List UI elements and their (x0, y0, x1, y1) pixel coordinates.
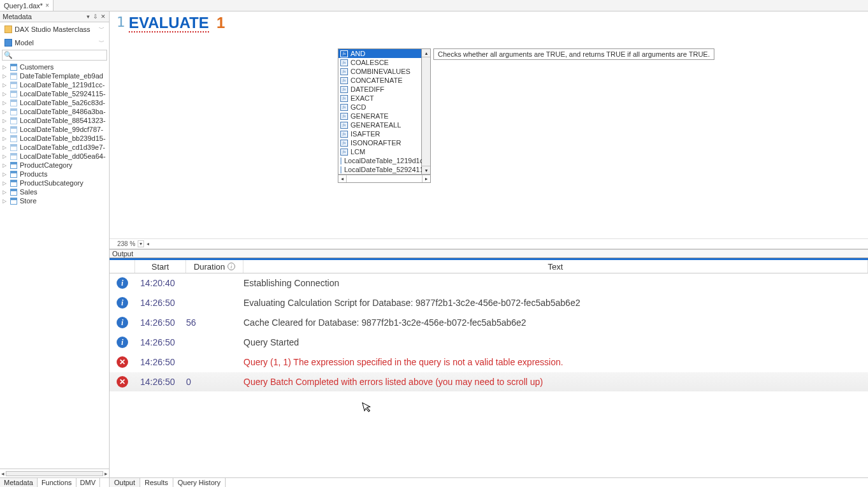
close-panel-icon[interactable]: ✕ (100, 13, 106, 20)
intellisense-hscroll[interactable]: ◂ ▸ (338, 175, 431, 183)
intellisense-item[interactable]: fxGENERATEALL (338, 120, 421, 129)
output-duration: 56 (186, 317, 243, 328)
table-icon (10, 99, 17, 106)
tree-item[interactable]: ▷LocalDateTable_52924115- (0, 89, 109, 98)
tab-output[interactable]: Output (110, 478, 140, 487)
output-row[interactable]: ✕14:26:50Query (1, 1) The expression spe… (110, 353, 868, 372)
intellisense-item[interactable]: fxCONCATENATE (338, 76, 421, 85)
tree-item-label: ProductSubcategory (20, 179, 83, 187)
sidebar-title: Metadata (3, 13, 32, 20)
tree-item[interactable]: ▷LocalDateTable_cd1d39e7- (0, 143, 109, 152)
expand-icon[interactable]: ▷ (3, 82, 8, 88)
expand-icon[interactable]: ▷ (3, 118, 8, 124)
col-text[interactable]: Text (243, 260, 868, 273)
intellisense-item[interactable]: LocalDateTable_5292411 (338, 165, 421, 174)
output-start: 14:26:50 (135, 298, 186, 308)
output-row[interactable]: i14:20:40Establishing Connection (110, 273, 868, 293)
query-tab[interactable]: Query1.dax* × (0, 0, 54, 11)
database-dropdown[interactable]: DAX Studio Masterclass ﹀ (1, 23, 108, 35)
expand-icon[interactable]: ▷ (3, 91, 8, 97)
tab-dmv[interactable]: DMV (76, 478, 100, 487)
tree-item[interactable]: ▷LocalDateTable_bb239d15- (0, 134, 109, 143)
table-icon (10, 189, 17, 196)
intellisense-item[interactable]: fxCOALESCE (338, 58, 421, 67)
expand-icon[interactable]: ▷ (3, 64, 8, 70)
tree-item[interactable]: ▷LocalDateTable_99dcf787- (0, 125, 109, 134)
scroll-left-icon[interactable]: ◂ (147, 241, 149, 247)
intellisense-list[interactable]: fxANDfxCOALESCEfxCOMBINEVALUESfxCONCATEN… (338, 48, 422, 175)
expand-icon[interactable]: ▷ (3, 127, 8, 133)
tree-item[interactable]: ▷DateTableTemplate_eb9ad (0, 71, 109, 80)
intellisense-scrollbar[interactable]: ▴ ▾ (422, 48, 431, 175)
scroll-up-icon[interactable]: ▴ (422, 49, 430, 57)
chevron-down-icon: ﹀ (99, 25, 105, 33)
intellisense-item[interactable]: fxISAFTER (338, 129, 421, 138)
output-text: Evaluating Calculation Script for Databa… (243, 298, 868, 308)
expand-icon[interactable]: ▷ (3, 171, 8, 177)
intellisense-item[interactable]: fxEXACT (338, 94, 421, 103)
function-icon: fx (340, 149, 348, 156)
table-icon (10, 162, 17, 169)
output-text: Cache Cleared for Database: 9877f2b1-3c2… (243, 317, 868, 328)
function-icon: fx (340, 86, 348, 93)
sidebar-hscroll[interactable]: ◂▸ (0, 469, 109, 477)
expand-icon[interactable]: ▷ (3, 180, 8, 186)
intellisense-item[interactable]: fxDATEDIFF (338, 85, 421, 94)
intellisense-item[interactable]: fxGENERATE (338, 112, 421, 120)
expand-icon[interactable]: ▷ (3, 100, 8, 106)
output-row[interactable]: i14:26:5056Cache Cleared for Database: 9… (110, 313, 868, 333)
tab-query-history[interactable]: Query History (173, 478, 226, 487)
tab-functions[interactable]: Functions (38, 478, 76, 487)
tree-item[interactable]: ▷Store (0, 196, 109, 205)
expand-icon[interactable]: ▷ (3, 109, 8, 115)
intellisense-label: COALESCE (351, 59, 389, 66)
intellisense-item[interactable]: fxAND (338, 49, 421, 58)
tree-item[interactable]: ▷LocalDateTable_1219d1cc- (0, 80, 109, 89)
dropdown-icon[interactable]: ▾ (85, 13, 91, 20)
output-start: 14:26:50 (135, 377, 186, 387)
tree-item[interactable]: ▷Customers (0, 62, 109, 71)
expand-icon[interactable]: ▷ (3, 198, 8, 204)
editor-canvas[interactable]: 1 EVALUATE1 fxANDfxCOALESCEfxCOMBINEVALU… (110, 11, 868, 238)
search-icon: 🔍 (4, 51, 13, 59)
close-icon[interactable]: × (45, 2, 49, 9)
expand-icon[interactable]: ▷ (3, 163, 8, 168)
expand-icon[interactable]: ▷ (3, 154, 8, 159)
tree-item[interactable]: ▷ProductCategory (0, 161, 109, 170)
tree-item-label: Customers (20, 63, 54, 71)
tree-item[interactable]: ▷Products (0, 170, 109, 178)
zoom-dropdown-icon[interactable]: ▾ (138, 240, 144, 247)
col-duration[interactable]: Duration i (186, 260, 243, 273)
scroll-left-icon[interactable]: ◂ (338, 175, 347, 182)
tree-item[interactable]: ▷LocalDateTable_5a26c83d- (0, 98, 109, 107)
expand-icon[interactable]: ▷ (3, 73, 8, 79)
output-row[interactable]: i14:26:50Query Started (110, 333, 868, 353)
tab-results[interactable]: Results (140, 478, 173, 487)
intellisense-label: DATEDIFF (351, 85, 384, 93)
expand-icon[interactable]: ▷ (3, 145, 8, 150)
tree-item[interactable]: ▷LocalDateTable_dd05ea64- (0, 152, 109, 161)
tree-item[interactable]: ▷LocalDateTable_8486a3ba- (0, 107, 109, 116)
expand-icon[interactable]: ▷ (3, 189, 8, 195)
tree-item-label: LocalDateTable_cd1d39e7- (20, 143, 105, 151)
metadata-sidebar: Metadata ▾ ⇩ ✕ DAX Studio Masterclass ﹀ … (0, 11, 110, 487)
scroll-right-icon[interactable]: ▸ (422, 175, 430, 182)
output-row[interactable]: ✕14:26:500Query Batch Completed with err… (110, 372, 868, 392)
model-dropdown[interactable]: Model ﹀ (1, 36, 108, 48)
tree-item[interactable]: ▷LocalDateTable_88541323- (0, 116, 109, 125)
tree-item[interactable]: ▷Sales (0, 187, 109, 196)
intellisense-item[interactable]: fxGCD (338, 103, 421, 112)
intellisense-item[interactable]: fxCOMBINEVALUES (338, 67, 421, 76)
col-start[interactable]: Start (135, 260, 186, 273)
intellisense-label: GENERATE (351, 112, 389, 120)
intellisense-item[interactable]: LocalDateTable_1219d1c (338, 156, 421, 165)
search-input[interactable] (14, 52, 105, 59)
intellisense-item[interactable]: fxLCM (338, 147, 421, 156)
tab-metadata[interactable]: Metadata (0, 478, 38, 487)
output-row[interactable]: i14:26:50Evaluating Calculation Script f… (110, 293, 868, 313)
intellisense-item[interactable]: fxISONORAFTER (338, 138, 421, 147)
expand-icon[interactable]: ▷ (3, 136, 8, 142)
pin-icon[interactable]: ⇩ (92, 13, 99, 20)
tree-item[interactable]: ▷ProductSubcategory (0, 178, 109, 187)
scroll-down-icon[interactable]: ▾ (422, 166, 430, 174)
